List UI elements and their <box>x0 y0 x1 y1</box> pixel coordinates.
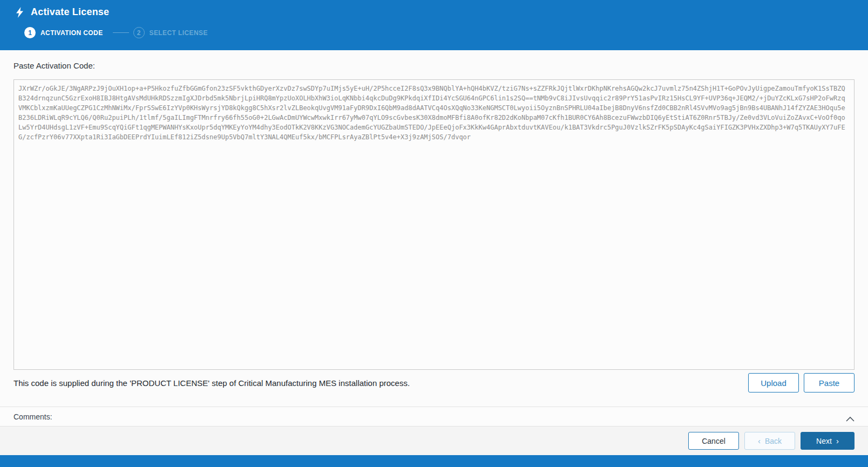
chevron-up-icon[interactable] <box>846 414 855 419</box>
step-2-label: SELECT LICENSE <box>150 29 208 37</box>
step-2-circle: 2 <box>133 27 145 38</box>
chevron-left-icon: ‹ <box>758 437 761 445</box>
back-button[interactable]: ‹ Back <box>744 432 795 450</box>
paste-button[interactable]: Paste <box>804 373 855 392</box>
step-1-circle: 1 <box>24 27 36 38</box>
code-actions: Upload Paste <box>748 373 855 392</box>
wizard-footer: Cancel ‹ Back Next › <box>0 427 868 455</box>
upload-button[interactable]: Upload <box>748 373 799 392</box>
step-indicator: 1 ACTIVATION CODE 2 SELECT LICENSE <box>24 27 868 38</box>
cancel-label: Cancel <box>702 437 725 445</box>
activation-code-label: Paste Activation Code: <box>13 61 855 70</box>
comments-bar[interactable]: Comments: <box>0 407 868 427</box>
step-connector-line <box>113 32 129 33</box>
helper-row: This code is supplied during the 'PRODUC… <box>13 373 855 392</box>
wizard-header: Activate License 1 ACTIVATION CODE 2 SEL… <box>0 0 868 50</box>
step-1-label: ACTIVATION CODE <box>40 29 103 37</box>
helper-text: This code is supplied during the 'PRODUC… <box>13 378 410 388</box>
next-button[interactable]: Next › <box>801 432 855 450</box>
activation-code-textarea[interactable]: JXrWZr/oGkJE/3NgARPzJ9jOuXH1op+a+P5Hkozf… <box>13 79 855 370</box>
step-activation-code: 1 ACTIVATION CODE <box>24 27 103 38</box>
main-content: Paste Activation Code: JXrWZr/oGkJE/3NgA… <box>0 50 868 407</box>
cancel-button[interactable]: Cancel <box>688 432 739 450</box>
next-label: Next <box>816 437 832 445</box>
comments-label: Comments: <box>13 412 52 421</box>
page-title: Activate License <box>31 6 109 18</box>
bottom-accent-bar <box>0 455 868 467</box>
chevron-right-icon: › <box>836 437 839 445</box>
bolt-icon <box>15 7 25 18</box>
step-select-license: 2 SELECT LICENSE <box>133 27 208 38</box>
activate-license-window: Activate License 1 ACTIVATION CODE 2 SEL… <box>0 0 868 467</box>
title-row: Activate License <box>15 6 868 18</box>
back-label: Back <box>765 437 782 445</box>
